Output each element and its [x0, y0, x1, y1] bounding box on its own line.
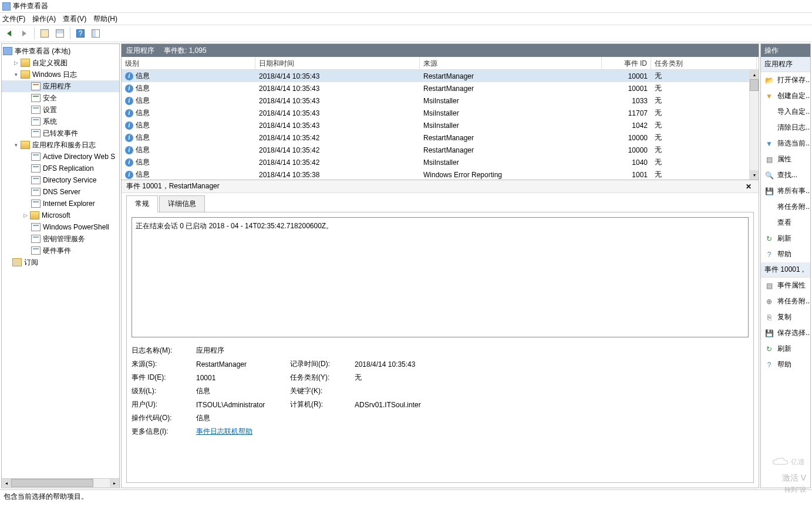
- tree-label: Active Directory Web S: [43, 153, 115, 161]
- table-row[interactable]: i信息2018/4/14 10:35:42RestartManager10000…: [122, 144, 759, 156]
- tree-dns[interactable]: DNS Server: [2, 186, 119, 198]
- action-item[interactable]: ▤属性: [761, 151, 810, 167]
- tree-setup[interactable]: 设置: [2, 104, 119, 116]
- scroll-thumb[interactable]: [750, 79, 759, 91]
- collapse-icon[interactable]: ▾: [12, 141, 19, 148]
- app-icon: [2, 2, 11, 11]
- table-vertical-scrollbar[interactable]: ▴ ▾: [749, 70, 759, 180]
- action-item[interactable]: 导入自定...: [761, 104, 810, 120]
- action-item[interactable]: 查看: [761, 215, 810, 231]
- tree-powershell[interactable]: Windows PowerShell: [2, 221, 119, 233]
- action-label: 将任务附...: [777, 202, 810, 212]
- log-icon: [31, 188, 41, 196]
- help-icon: ?: [76, 29, 85, 38]
- scroll-thumb[interactable]: [11, 479, 93, 487]
- action-label: 复制: [777, 312, 791, 322]
- tab-details[interactable]: 详细信息: [159, 195, 205, 212]
- table-row[interactable]: i信息2018/4/14 10:35:42RestartManager10000…: [122, 131, 759, 144]
- action-label: 查看: [777, 218, 791, 228]
- action-item[interactable]: 📂打开保存...: [761, 72, 810, 88]
- layout-button-2[interactable]: [89, 27, 102, 40]
- tree-security[interactable]: 安全: [2, 92, 119, 104]
- tree-root[interactable]: 事件查看器 (本地): [2, 45, 119, 57]
- titlebar: 事件查看器: [0, 0, 812, 13]
- log-icon: [31, 153, 41, 161]
- menu-file[interactable]: 文件(F): [2, 14, 25, 24]
- tree-horizontal-scrollbar[interactable]: ◂ ▸: [2, 478, 119, 488]
- blank-icon: [764, 202, 774, 212]
- action-item[interactable]: ▤事件属性: [761, 278, 810, 293]
- action-item[interactable]: 清除日志...: [761, 120, 810, 136]
- tree-custom-views[interactable]: ▷自定义视图: [2, 57, 119, 69]
- col-source[interactable]: 来源: [420, 57, 602, 69]
- menu-help[interactable]: 帮助(H): [93, 14, 117, 24]
- scroll-up-button[interactable]: ▴: [750, 70, 759, 79]
- layout-icon: [56, 29, 64, 38]
- scroll-left-button[interactable]: ◂: [2, 479, 11, 487]
- action-item[interactable]: 将任务附...: [761, 199, 810, 215]
- tree-hw-events[interactable]: 硬件事件: [2, 245, 119, 256]
- tree-subscriptions[interactable]: 订阅: [2, 256, 119, 268]
- tree-windows-logs[interactable]: ▾Windows 日志: [2, 69, 119, 80]
- log-icon: [31, 117, 41, 126]
- tree-app-service-logs[interactable]: ▾应用程序和服务日志: [2, 139, 119, 151]
- tab-general[interactable]: 常规: [126, 195, 158, 212]
- action-item[interactable]: ▼筛选当前...: [761, 136, 810, 151]
- expand-icon[interactable]: ▷: [22, 212, 29, 219]
- back-button[interactable]: [2, 27, 15, 40]
- action-item[interactable]: ?帮助: [761, 246, 810, 262]
- col-date[interactable]: 日期和时间: [255, 57, 420, 69]
- actions-header: 操作: [761, 44, 810, 57]
- tree-directory-service[interactable]: Directory Service: [2, 174, 119, 186]
- info-icon: i: [125, 171, 133, 179]
- layout-button-1[interactable]: [53, 27, 66, 40]
- table-row[interactable]: i信息2018/4/14 10:35:42MsiInstaller1040无: [122, 156, 759, 168]
- col-level[interactable]: 级别: [122, 57, 255, 69]
- table-row[interactable]: i信息2018/4/14 10:35:43RestartManager10001…: [122, 82, 759, 94]
- more-info-link[interactable]: 事件日志联机帮助: [196, 427, 472, 437]
- navigation-tree-panel: 事件查看器 (本地) ▷自定义视图 ▾Windows 日志 应用程序 安全 设置…: [1, 43, 120, 488]
- action-item[interactable]: ?帮助: [761, 357, 810, 373]
- collapse-icon[interactable]: ▾: [12, 71, 19, 78]
- label-user: 用户(U):: [132, 400, 196, 410]
- action-item[interactable]: ▼创建自定...: [761, 88, 810, 104]
- table-row[interactable]: i信息2018/4/14 10:35:43MsiInstaller1042无: [122, 119, 759, 131]
- tree-label: 硬件事件: [43, 246, 71, 256]
- table-body: i信息2018/4/14 10:35:43RestartManager10001…: [122, 70, 759, 180]
- action-item[interactable]: ⊕将任务附...: [761, 293, 810, 309]
- forward-button[interactable]: [18, 27, 31, 40]
- action-item[interactable]: 💾将所有事...: [761, 183, 810, 199]
- expand-icon[interactable]: ▷: [12, 59, 19, 66]
- action-item[interactable]: 🔍查找...: [761, 167, 810, 183]
- scroll-right-button[interactable]: ▸: [110, 479, 119, 487]
- menu-action[interactable]: 操作(A): [32, 14, 56, 24]
- tree-ad-web[interactable]: Active Directory Web S: [2, 151, 119, 163]
- action-item[interactable]: ⎘复制: [761, 309, 810, 325]
- col-category[interactable]: 任务类别: [651, 57, 757, 69]
- table-header: 级别 日期和时间 来源 事件 ID 任务类别: [122, 57, 759, 70]
- help-button[interactable]: ?: [74, 27, 87, 40]
- action-label: 创建自定...: [777, 91, 810, 101]
- tree-forwarded[interactable]: 已转发事件: [2, 127, 119, 139]
- menu-view[interactable]: 查看(V): [63, 14, 86, 24]
- scroll-down-button[interactable]: ▾: [750, 170, 759, 180]
- table-row[interactable]: i信息2018/4/14 10:35:38Windows Error Repor…: [122, 168, 759, 180]
- action-item[interactable]: ↻刷新: [761, 231, 810, 246]
- action-item[interactable]: ↻刷新: [761, 341, 810, 357]
- detail-tabs: 常规 详细信息: [122, 193, 759, 212]
- tree-application[interactable]: 应用程序: [2, 80, 119, 92]
- close-icon[interactable]: ✕: [746, 182, 754, 191]
- tree-key-mgmt[interactable]: 密钥管理服务: [2, 233, 119, 245]
- task-icon: ⊕: [764, 297, 774, 306]
- action-item[interactable]: 💾保存选择...: [761, 325, 810, 341]
- table-row[interactable]: i信息2018/4/14 10:35:43MsiInstaller1033无: [122, 94, 759, 107]
- tree-ie[interactable]: Internet Explorer: [2, 198, 119, 209]
- action-label: 刷新: [777, 234, 791, 244]
- show-tree-button[interactable]: [38, 27, 51, 40]
- tree-dfs[interactable]: DFS Replication: [2, 163, 119, 174]
- tree-system[interactable]: 系统: [2, 116, 119, 127]
- table-row[interactable]: i信息2018/4/14 10:35:43MsiInstaller11707无: [122, 107, 759, 119]
- tree-microsoft[interactable]: ▷Microsoft: [2, 209, 119, 221]
- col-id[interactable]: 事件 ID: [602, 57, 651, 69]
- table-row[interactable]: i信息2018/4/14 10:35:43RestartManager10001…: [122, 70, 759, 82]
